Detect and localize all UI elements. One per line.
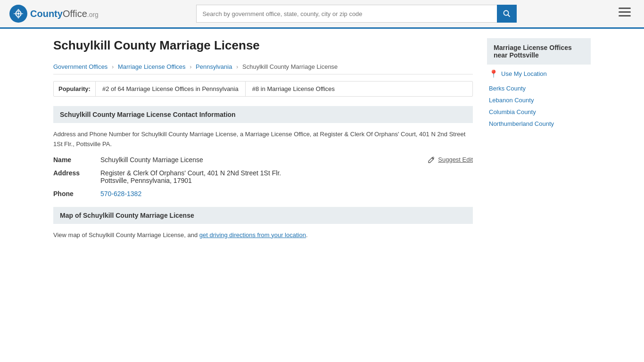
svg-point-11 bbox=[433, 157, 434, 158]
logo-area: CountyOffice.org bbox=[9, 5, 99, 23]
main-container: Schuylkill County Marriage License Gover… bbox=[39, 29, 605, 259]
breadcrumb: Government Offices › Marriage License Of… bbox=[53, 59, 473, 74]
contact-address-line1: Register & Clerk Of Orphans' Court, 401 … bbox=[100, 169, 473, 177]
map-section: Map of Schuylkill County Marriage Licens… bbox=[53, 207, 473, 240]
sidebar-nearby-links: Berks County Lebanon County Columbia Cou… bbox=[487, 85, 591, 127]
sidebar-link-berks[interactable]: Berks County bbox=[489, 85, 589, 92]
popularity-item-1: #2 of 64 Marriage License Offices in Pen… bbox=[96, 82, 246, 96]
search-icon bbox=[503, 10, 511, 17]
breadcrumb-current: Schuylkill County Marriage License bbox=[242, 63, 338, 70]
contact-phone-value: 570-628-1382 bbox=[100, 190, 473, 197]
logo-text-area: CountyOffice.org bbox=[30, 8, 99, 19]
contact-section: Schuylkill County Marriage License Conta… bbox=[53, 106, 473, 197]
svg-rect-9 bbox=[619, 11, 631, 13]
contact-name-value: Schuylkill County Marriage License bbox=[100, 156, 428, 164]
logo-icon bbox=[9, 5, 27, 23]
search-area bbox=[196, 5, 517, 23]
contact-section-header: Schuylkill County Marriage License Conta… bbox=[53, 106, 473, 123]
sidebar: Marriage License Offices near Pottsville… bbox=[487, 38, 591, 249]
use-my-location-row: 📍 Use My Location bbox=[487, 69, 591, 78]
popularity-bar: Popularity: #2 of 64 Marriage License Of… bbox=[53, 81, 473, 97]
search-input[interactable] bbox=[196, 5, 497, 23]
site-header: CountyOffice.org bbox=[0, 0, 644, 29]
contact-phone-link[interactable]: 570-628-1382 bbox=[100, 190, 141, 197]
breadcrumb-pennsylvania[interactable]: Pennsylvania bbox=[196, 63, 232, 70]
contact-address-row: Address Register & Clerk Of Orphans' Cou… bbox=[53, 169, 473, 184]
edit-icon bbox=[428, 156, 435, 164]
map-description: View map of Schuylkill County Marriage L… bbox=[53, 230, 473, 240]
breadcrumb-sep-2: › bbox=[190, 63, 191, 70]
sidebar-link-columbia[interactable]: Columbia County bbox=[489, 108, 589, 115]
location-pin-icon: 📍 bbox=[489, 69, 498, 78]
svg-line-7 bbox=[508, 15, 510, 17]
sidebar-link-lebanon[interactable]: Lebanon County bbox=[489, 97, 589, 104]
use-my-location-link[interactable]: Use My Location bbox=[501, 70, 547, 77]
menu-button[interactable] bbox=[615, 6, 635, 22]
svg-rect-8 bbox=[619, 8, 631, 9]
contact-address-label: Address bbox=[53, 169, 100, 177]
contact-address-line2: Pottsville, Pennsylvania, 17901 bbox=[100, 177, 473, 184]
suggest-edit-button[interactable]: Suggest Edit bbox=[428, 156, 473, 164]
contact-name-label: Name bbox=[53, 156, 100, 164]
svg-point-6 bbox=[504, 11, 509, 16]
contact-description: Address and Phone Number for Schuylkill … bbox=[53, 130, 473, 149]
popularity-item-2: #8 in Marriage License Offices bbox=[246, 82, 341, 96]
search-button[interactable] bbox=[497, 5, 517, 23]
contact-actions: Suggest Edit bbox=[428, 156, 473, 164]
hamburger-icon bbox=[619, 8, 631, 17]
contact-name-row: Name Schuylkill County Marriage License … bbox=[53, 156, 473, 164]
contact-phone-label: Phone bbox=[53, 190, 100, 197]
logo-office: Office bbox=[63, 8, 87, 19]
content-area: Schuylkill County Marriage License Gover… bbox=[53, 38, 473, 249]
svg-rect-10 bbox=[619, 15, 631, 16]
breadcrumb-marriage-offices[interactable]: Marriage License Offices bbox=[118, 63, 186, 70]
logo-domain: .org bbox=[87, 11, 99, 18]
map-section-header: Map of Schuylkill County Marriage Licens… bbox=[53, 207, 473, 224]
breadcrumb-sep-3: › bbox=[236, 63, 238, 70]
page-title: Schuylkill County Marriage License bbox=[53, 38, 473, 53]
svg-point-5 bbox=[17, 13, 19, 15]
sidebar-link-northumberland[interactable]: Northumberland County bbox=[489, 120, 589, 127]
driving-directions-link[interactable]: get driving directions from your locatio… bbox=[199, 231, 306, 239]
contact-address-value: Register & Clerk Of Orphans' Court, 401 … bbox=[100, 169, 473, 184]
contact-phone-row: Phone 570-628-1382 bbox=[53, 190, 473, 197]
sidebar-header: Marriage License Offices near Pottsville bbox=[487, 38, 591, 65]
logo-county: County bbox=[30, 8, 63, 19]
breadcrumb-sep-1: › bbox=[112, 63, 114, 70]
breadcrumb-gov-offices[interactable]: Government Offices bbox=[53, 63, 107, 70]
popularity-label: Popularity: bbox=[54, 82, 96, 96]
